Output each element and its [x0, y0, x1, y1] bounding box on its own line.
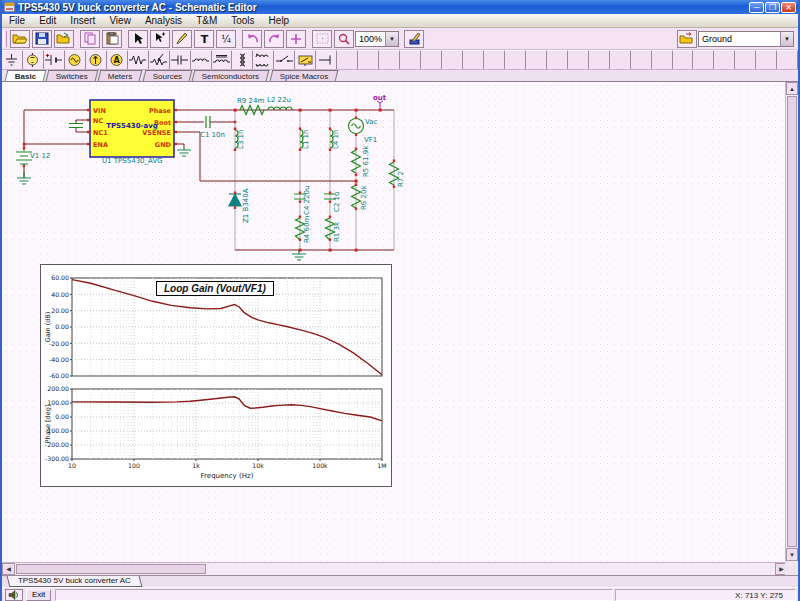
component-c1[interactable] — [206, 116, 210, 128]
palette-capacitor-button[interactable] — [170, 50, 191, 69]
interactive-mode-button[interactable] — [5, 589, 23, 601]
palette-voltage-generator-button[interactable] — [65, 50, 86, 69]
tab-basic[interactable]: Basic — [5, 70, 47, 81]
vertical-scrollbar[interactable]: ▲ ▼ — [785, 82, 798, 562]
palette-coupled-coils-button[interactable] — [253, 50, 274, 69]
cursor-tool-button[interactable] — [128, 30, 148, 48]
tab-spice-macros[interactable]: Spice Macros — [269, 70, 338, 81]
bode-plot-panel[interactable]: 60.0040.0020.000.00-20.00-40.00-60.00200… — [40, 264, 392, 487]
formula-tool-button[interactable]: ¼ — [216, 30, 236, 48]
tab-meters[interactable]: Meters — [98, 70, 143, 81]
cursor-icon — [133, 32, 144, 45]
palette-voltage-source-button[interactable] — [23, 50, 44, 69]
component-palette: A — [2, 50, 798, 70]
menu-item-file[interactable]: File — [2, 15, 32, 26]
redo-button[interactable] — [264, 30, 284, 48]
menu-item-tm[interactable]: T&M — [189, 15, 224, 26]
zoom-level-combo[interactable]: 100% ▼ — [355, 31, 399, 47]
horizontal-scroll-thumb[interactable] — [16, 564, 206, 574]
palette-inductor-core-button[interactable] — [212, 50, 233, 69]
grid-toggle-button[interactable] — [312, 30, 332, 48]
select-tool-button[interactable] — [150, 30, 170, 48]
palette-inductor-button[interactable] — [191, 50, 212, 69]
open-button[interactable] — [10, 30, 30, 48]
ground-selector-value: Ground — [699, 34, 780, 44]
menu-item-edit[interactable]: Edit — [32, 15, 63, 26]
palette-current-source-button[interactable] — [86, 50, 107, 69]
svg-text:U1 TPS5430_AVG: U1 TPS5430_AVG — [102, 157, 163, 165]
paste-icon — [106, 32, 119, 45]
component-tab-bar: Basic Switches Meters Sources Semiconduc… — [2, 70, 798, 82]
component-vf1-source[interactable] — [349, 119, 364, 134]
svg-text:0.00: 0.00 — [55, 323, 69, 330]
undo-button[interactable] — [242, 30, 262, 48]
formula-icon: ¼ — [220, 33, 232, 45]
pen-tool-button[interactable] — [172, 30, 192, 48]
svg-text:L3 1n: L3 1n — [237, 130, 245, 149]
menu-item-insert[interactable]: Insert — [63, 15, 102, 26]
palette-controlled-switch-button[interactable] — [295, 50, 316, 69]
tab-sources[interactable]: Sources — [142, 70, 192, 81]
copy-button[interactable] — [80, 30, 100, 48]
menu-item-tools[interactable]: Tools — [224, 15, 261, 26]
svg-text:ENA: ENA — [93, 141, 108, 149]
chevron-down-icon[interactable]: ▼ — [385, 32, 398, 46]
tab-switches[interactable]: Switches — [46, 70, 99, 81]
menu-bar: File Edit Insert View Analysis T&M Tools… — [2, 14, 798, 28]
import-button[interactable] — [54, 30, 74, 48]
open-macro-icon — [679, 32, 695, 45]
chevron-down-icon[interactable]: ▼ — [780, 32, 793, 46]
open-macro-button[interactable] — [677, 30, 697, 48]
palette-resistor-button[interactable] — [128, 50, 149, 69]
ground-selector-combo[interactable]: Ground ▼ — [698, 31, 794, 47]
svg-text:Z1 B340A: Z1 B340A — [242, 188, 250, 223]
svg-text:1M: 1M — [377, 462, 386, 469]
exit-button[interactable]: Exit — [26, 589, 51, 601]
close-button[interactable]: ✕ — [781, 2, 796, 13]
palette-potentiometer-button[interactable] — [149, 50, 170, 69]
paste-button[interactable] — [102, 30, 122, 48]
macro-editor-button[interactable] — [404, 30, 424, 48]
svg-text:C4 220u: C4 220u — [303, 186, 311, 215]
text-tool-button[interactable]: T — [194, 30, 214, 48]
horizontal-scrollbar[interactable]: ◀ ▶ — [2, 562, 789, 575]
svg-text:R1 3k: R1 3k — [333, 221, 341, 242]
schematic-canvas[interactable]: VIN NC NC1 ENA Phase Boot VSENSE GND TPS… — [2, 82, 789, 562]
palette-output-pin-button[interactable] — [316, 50, 337, 69]
phase-plot-frame — [72, 389, 382, 459]
components[interactable] — [16, 106, 399, 261]
circuit-schematic[interactable]: VIN NC NC1 ENA Phase Boot VSENSE GND TPS… — [2, 82, 432, 262]
vertical-scroll-thumb[interactable] — [787, 96, 797, 547]
palette-transformer-button[interactable] — [232, 50, 253, 69]
copy-icon — [84, 32, 97, 45]
palette-ground-button[interactable] — [2, 50, 23, 69]
menu-item-help[interactable]: Help — [262, 15, 297, 26]
tab-semiconductors[interactable]: Semiconductors — [192, 70, 270, 81]
component-labels: V1 12 U1 TPS5430_AVG C1 10n R9 24m L2 22… — [30, 96, 405, 243]
scroll-left-icon[interactable]: ◀ — [2, 563, 15, 575]
wire-tool-button[interactable] — [286, 30, 306, 48]
scroll-down-icon[interactable]: ▼ — [786, 548, 798, 561]
minimize-button[interactable]: ─ — [749, 2, 764, 13]
scroll-up-icon[interactable]: ▲ — [786, 82, 798, 95]
component-r9[interactable] — [240, 106, 264, 115]
bode-plot: 60.0040.0020.000.00-20.00-40.00-60.00200… — [41, 265, 391, 486]
menu-item-view[interactable]: View — [102, 15, 138, 26]
component-z1-diode[interactable] — [229, 194, 241, 206]
ic-name-label: TPS5430-avg — [106, 122, 158, 130]
branch-wires — [235, 110, 394, 250]
macro-editor-icon — [408, 32, 421, 45]
out-net-label: out — [373, 94, 387, 102]
palette-battery-button[interactable] — [44, 50, 65, 69]
zoom-tool-button[interactable] — [334, 30, 354, 48]
ground-symbol — [177, 148, 191, 156]
svg-text:100: 100 — [128, 462, 140, 469]
save-button[interactable] — [32, 30, 52, 48]
restore-button[interactable]: ❐ — [765, 2, 780, 13]
palette-switch-button[interactable] — [274, 50, 295, 69]
menu-item-analysis[interactable]: Analysis — [138, 15, 189, 26]
sheet-tab[interactable]: TPS5430 5V buck converter AC — [7, 576, 143, 587]
palette-ammeter-button[interactable]: A — [107, 50, 128, 69]
component-nc-cap[interactable] — [69, 124, 83, 128]
sheet-tab-bar: TPS5430 5V buck converter AC — [2, 575, 798, 587]
